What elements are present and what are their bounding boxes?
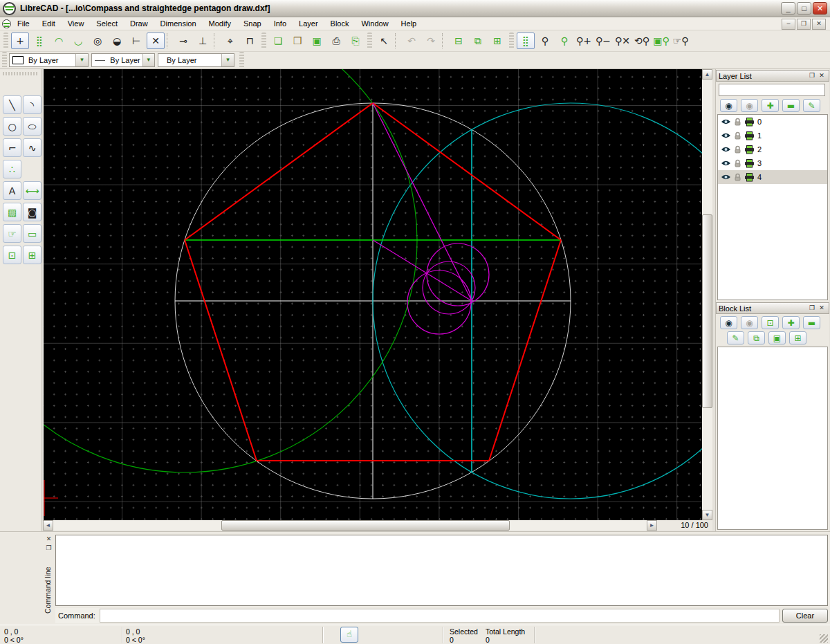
vertical-scrollbar[interactable]: ▲ ▼ <box>702 69 712 520</box>
float-panel-icon[interactable]: ❐ <box>807 304 817 313</box>
zoom-redraw-button[interactable]: ⚲ <box>536 33 554 49</box>
drawing-canvas[interactable] <box>43 69 702 520</box>
layer-visible-eye-icon[interactable] <box>721 118 731 125</box>
scroll-left-button[interactable]: ◄ <box>43 520 53 531</box>
menu-help[interactable]: Help <box>395 18 423 29</box>
vertical-scroll-thumb[interactable] <box>702 214 712 408</box>
file-save-button[interactable]: ▣ <box>308 33 326 49</box>
polyline-tool-button[interactable]: ⌐ <box>3 138 21 157</box>
drawing-close-button[interactable]: ⊟ <box>450 33 468 49</box>
zoom-out-button[interactable]: ⚲− <box>594 33 612 49</box>
select-tool-button[interactable]: ☞ <box>3 224 21 243</box>
snap-intersection-button[interactable]: ✕ <box>147 33 165 49</box>
resize-grip[interactable] <box>820 634 828 643</box>
block-remove-button[interactable]: ▬ <box>803 316 820 329</box>
spline-tool-button[interactable]: ∿ <box>23 138 42 157</box>
circle-tool-button[interactable]: ○ <box>3 117 21 136</box>
redo-button[interactable]: ↷ <box>422 33 440 49</box>
layer-print-icon[interactable] <box>744 131 755 140</box>
layer-row-0[interactable]: 0 <box>718 115 827 129</box>
block-save-button[interactable]: ▣ <box>768 331 786 344</box>
zoom-auto-button[interactable]: ⚲✕ <box>614 33 631 49</box>
layer-row-2[interactable]: 2 <box>718 142 827 156</box>
points-tool-button[interactable]: ∴ <box>3 160 21 178</box>
chevron-down-icon[interactable]: ▾ <box>221 54 234 66</box>
chevron-down-icon[interactable]: ▾ <box>75 54 88 66</box>
horizontal-scrollbar[interactable]: ◄ ► <box>43 520 657 531</box>
layer-lock-icon[interactable] <box>734 145 741 154</box>
menu-edit[interactable]: Edit <box>36 18 62 29</box>
layer-lock-icon[interactable] <box>734 159 741 167</box>
block-tool-button[interactable]: ⊡ <box>3 246 21 264</box>
drawing-list-button[interactable]: ⧉ <box>469 33 487 49</box>
print-button[interactable]: ⎙ <box>327 33 345 49</box>
menu-layer[interactable]: Layer <box>293 18 324 29</box>
set-relative-zero-button[interactable]: ⌖ <box>221 33 239 49</box>
menu-modify[interactable]: Modify <box>203 18 237 29</box>
layer-lock-icon[interactable] <box>734 173 741 181</box>
mdi-close-button[interactable]: ✕ <box>812 19 826 30</box>
horizontal-scroll-thumb[interactable] <box>221 520 510 531</box>
snap-center-button[interactable]: ◎ <box>89 33 107 49</box>
linetype-combobox[interactable]: By Layer ▾ <box>91 53 155 67</box>
menu-snap[interactable]: Snap <box>237 18 268 29</box>
snap-endpoint-button[interactable]: ◠ <box>50 33 68 49</box>
block-insert-button[interactable]: ⊞ <box>789 331 806 344</box>
image-tool-button[interactable]: ◙ <box>23 203 42 221</box>
layer-add-button[interactable]: ✚ <box>762 99 779 112</box>
block-edit-tool-button[interactable]: ⊞ <box>23 246 42 264</box>
block-attributes-button[interactable]: ✎ <box>727 331 744 344</box>
toolbar-handle[interactable] <box>2 52 7 68</box>
block-list[interactable] <box>717 347 828 530</box>
view-previous-button[interactable]: ⟲⚲ <box>633 33 651 49</box>
snap-middle-button[interactable]: ◒ <box>108 33 126 49</box>
layer-visible-eye-icon[interactable] <box>721 132 731 139</box>
dimension-tool-button[interactable]: ⟷ <box>23 181 42 200</box>
layer-remove-button[interactable]: ▬ <box>782 99 800 112</box>
file-open-button[interactable]: ❒ <box>288 33 306 49</box>
layer-row-1[interactable]: 1 <box>718 129 827 142</box>
menu-select[interactable]: Select <box>90 18 124 29</box>
layer-lock-icon[interactable] <box>734 118 741 126</box>
menu-block[interactable]: Block <box>324 18 356 29</box>
color-combobox[interactable]: By Layer ▾ <box>9 53 89 67</box>
float-panel-icon[interactable]: ❐ <box>44 544 53 553</box>
file-new-button[interactable]: ❏ <box>269 33 287 49</box>
text-tool-button[interactable]: A <box>3 181 21 200</box>
print-preview-button[interactable]: ⎘ <box>347 33 365 49</box>
toolbar-handle[interactable] <box>239 52 244 68</box>
snap-on-entity-button[interactable]: ◡ <box>69 33 87 49</box>
layers-freeze-all-button[interactable]: ◉ <box>741 99 758 112</box>
menu-window[interactable]: Window <box>355 18 394 29</box>
blocks-freeze-all-button[interactable]: ◉ <box>741 316 758 329</box>
mdi-restore-button[interactable]: ❐ <box>797 19 811 30</box>
layer-row-4[interactable]: 4 <box>718 170 827 184</box>
menu-draw[interactable]: Draw <box>124 18 154 29</box>
linewidth-combobox[interactable]: By Layer ▾ <box>158 53 234 67</box>
snap-grid-button[interactable]: ⣿ <box>30 33 48 49</box>
lock-relative-zero-button[interactable]: ⊓ <box>241 33 259 49</box>
scroll-down-button[interactable]: ▼ <box>702 510 712 520</box>
layer-print-icon[interactable] <box>744 145 755 154</box>
measure-tool-button[interactable]: ▭ <box>23 224 42 243</box>
zoom-page-button[interactable]: ▣⚲ <box>652 33 670 49</box>
command-history[interactable] <box>55 535 828 606</box>
layer-filter-input[interactable] <box>719 84 825 96</box>
scroll-up-button[interactable]: ▲ <box>702 69 712 80</box>
grid-toggle-button[interactable]: ⣿ <box>517 33 535 49</box>
window-close-button[interactable]: ✕ <box>813 2 827 15</box>
pan-hand-button[interactable]: ☝ <box>340 627 358 643</box>
menu-dimension[interactable]: Dimension <box>154 18 203 29</box>
scroll-right-button[interactable]: ► <box>647 520 657 531</box>
command-input[interactable] <box>100 609 780 623</box>
toolbar-handle[interactable] <box>509 33 514 49</box>
layer-print-icon[interactable] <box>744 159 755 168</box>
arc-tool-button[interactable]: ◝ <box>23 95 42 114</box>
close-icon[interactable]: ✕ <box>817 304 827 313</box>
menu-info[interactable]: Info <box>268 18 293 29</box>
layer-visible-eye-icon[interactable] <box>721 160 731 167</box>
window-minimize-button[interactable]: _ <box>781 2 795 15</box>
restrict-horizontal-button[interactable]: ⊸ <box>174 33 192 49</box>
dock-handle[interactable] <box>3 72 37 75</box>
snap-distance-button[interactable]: ⊢ <box>127 33 145 49</box>
